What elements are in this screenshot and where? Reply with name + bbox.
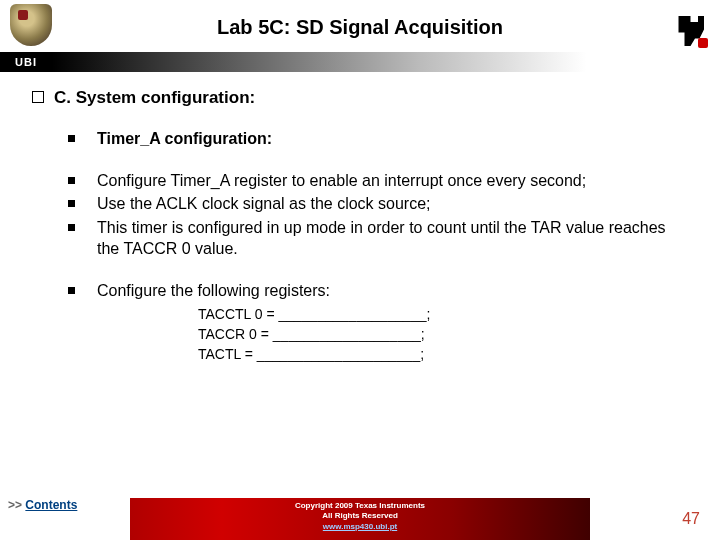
register-block: TACCTL 0 = ___________________; TACCR 0 … (198, 306, 688, 362)
slide-title: Lab 5C: SD Signal Acquisition (0, 0, 720, 39)
bullet-text: This timer is configured in up mode in o… (97, 217, 688, 260)
bullet-list: Timer_A configuration: Configure Timer_A… (68, 128, 688, 362)
header-gradient-bar (52, 52, 720, 72)
bullet-item: This timer is configured in up mode in o… (68, 217, 688, 260)
bullet-item: Use the ACLK clock signal as the clock s… (68, 193, 688, 215)
footer-bar: Copyright 2009 Texas Instruments All Rig… (130, 498, 590, 540)
ubi-crest-logo (10, 4, 52, 46)
square-bullet-icon (68, 200, 75, 207)
rights-line: All Rights Reserved (130, 511, 590, 521)
bullet-text: Configure the following registers: (97, 280, 330, 302)
slide-footer: >> Contents Copyright 2009 Texas Instrum… (0, 496, 720, 540)
checkbox-bullet-icon (32, 91, 44, 103)
bullet-text: Timer_A configuration: (97, 128, 272, 150)
register-line: TACTL = _____________________; (198, 346, 688, 362)
bullet-item: Configure Timer_A register to enable an … (68, 170, 688, 192)
copyright-line: Copyright 2009 Texas Instruments (130, 501, 590, 511)
contents-link-text: Contents (25, 498, 77, 512)
arrow-icon: >> (8, 498, 22, 512)
section-row: C. System configuration: (32, 88, 688, 108)
register-line: TACCR 0 = ___________________; (198, 326, 688, 342)
copyright-block: Copyright 2009 Texas Instruments All Rig… (130, 498, 590, 532)
bullet-item: Configure the following registers: (68, 280, 688, 302)
square-bullet-icon (68, 135, 75, 142)
footer-url-link[interactable]: www.msp430.ubi.pt (323, 522, 397, 531)
bullet-text: Configure Timer_A register to enable an … (97, 170, 586, 192)
section-title: C. System configuration: (54, 88, 255, 108)
square-bullet-icon (68, 287, 75, 294)
slide-number: 47 (682, 510, 700, 528)
square-bullet-icon (68, 177, 75, 184)
square-bullet-icon (68, 224, 75, 231)
bullet-item: Timer_A configuration: (68, 128, 688, 150)
ubi-label: UBI (0, 52, 52, 72)
ti-logo (672, 14, 708, 50)
contents-link[interactable]: >> Contents (8, 498, 77, 512)
slide-header: Lab 5C: SD Signal Acquisition UBI (0, 0, 720, 68)
slide-content: C. System configuration: Timer_A configu… (0, 68, 720, 362)
bullet-text: Use the ACLK clock signal as the clock s… (97, 193, 431, 215)
register-line: TACCTL 0 = ___________________; (198, 306, 688, 322)
